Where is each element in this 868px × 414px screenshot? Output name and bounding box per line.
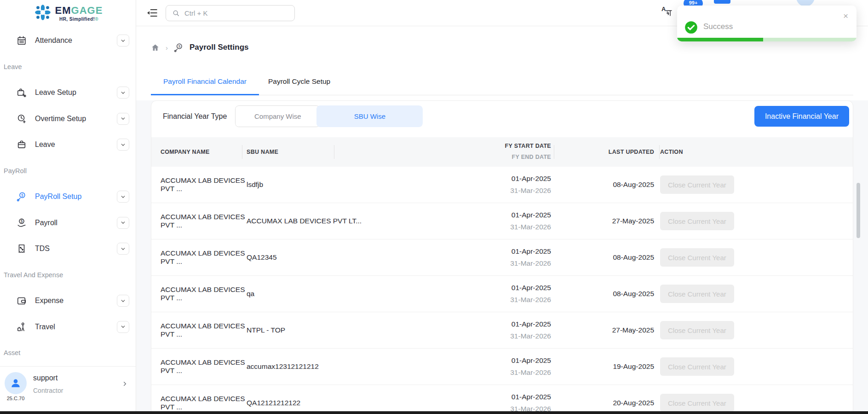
close-current-year-button[interactable]: Close Current Year — [660, 321, 734, 339]
sidebar-item-travel[interactable]: Travel — [0, 314, 136, 340]
last-updated-cell: 27-May-2025 — [551, 326, 657, 334]
sidebar-item-tds[interactable]: TDS — [0, 236, 136, 262]
sidebar-item-label: Leave Setup — [35, 88, 76, 97]
last-updated-cell: 19-Aug-2025 — [551, 362, 657, 371]
action-cell: Close Current Year — [657, 394, 853, 412]
chevron-down-icon[interactable] — [117, 35, 129, 47]
sidebar-item-payroll-setup[interactable]: $ PayRoll Setup — [0, 184, 136, 210]
last-updated-cell: 08-Aug-2025 — [551, 181, 657, 189]
table-row: ACCUMAX LAB DEVICES PVT ...qa01-Apr-2025… — [151, 276, 853, 312]
language-translate-icon[interactable]: A — [661, 6, 673, 18]
sidebar-section-travel-expense: Travel And Expense — [0, 262, 136, 288]
table-row: ACCUMAX LAB DEVICES PVT ...lsdfjb01-Apr-… — [151, 167, 853, 203]
table-row: ACCUMAX LAB DEVICES PVT ...accumax123121… — [151, 349, 853, 385]
action-cell: Close Current Year — [657, 357, 853, 376]
header-button-partial — [714, 0, 730, 4]
company-name-cell: ACCUMAX LAB DEVICES PVT ... — [161, 213, 247, 229]
app-version: 25.C.70 — [4, 396, 28, 401]
home-icon[interactable] — [151, 43, 160, 52]
sidebar-item-label: Travel — [35, 323, 55, 331]
app-window: EMGAGE HR, Simplified!® Attendance Leave — [0, 0, 868, 414]
sidebar-item-label: Leave — [35, 140, 55, 149]
column-divider — [242, 145, 242, 159]
col-header-fy-dates: FY START DATE FY END DATE — [458, 141, 551, 163]
user-name: support — [33, 374, 57, 382]
sidebar-item-label: PayRoll Setup — [35, 192, 81, 201]
chevron-down-icon[interactable] — [117, 191, 129, 203]
close-icon[interactable]: × — [843, 11, 848, 21]
user-avatar[interactable] — [5, 372, 27, 394]
page-title: Payroll Settings — [190, 43, 248, 52]
person-icon — [10, 377, 22, 389]
fy-dates-cell: 01-Apr-202531-Mar-2026 — [458, 209, 551, 233]
close-current-year-button[interactable]: Close Current Year — [660, 285, 734, 303]
inactive-financial-year-button[interactable]: Inactive Financial Year — [754, 106, 849, 127]
close-current-year-button[interactable]: Close Current Year — [660, 175, 734, 194]
company-name-cell: ACCUMAX LAB DEVICES PVT ... — [161, 249, 247, 266]
fy-end-date: 31-Mar-2026 — [458, 294, 551, 306]
svg-text:$: $ — [178, 44, 181, 48]
payroll-settings-icon: $ — [174, 43, 184, 52]
chevron-down-icon[interactable] — [117, 139, 129, 151]
sidebar-item-label: Expense — [35, 297, 63, 305]
chevron-down-icon[interactable] — [117, 321, 129, 333]
sidebar-item-payroll[interactable]: $ Payroll — [0, 210, 136, 236]
sbu-name-cell: QA12345 — [247, 253, 458, 262]
sidebar-item-label: TDS — [35, 245, 50, 253]
last-updated-cell: 27-May-2025 — [551, 217, 657, 225]
table-body: ACCUMAX LAB DEVICES PVT ...lsdfjb01-Apr-… — [151, 167, 853, 414]
sidebar-item-leave[interactable]: Leave — [0, 132, 136, 158]
payroll-setup-icon: $ — [17, 192, 27, 202]
table-header: COMPANY NAME SBU NAME FY START DATE FY E… — [151, 137, 853, 167]
breadcrumb-separator-icon: › — [166, 44, 168, 52]
toast-progress-bar — [677, 38, 763, 41]
sidebar-item-leave-setup[interactable]: Leave Setup — [0, 80, 136, 106]
fy-dates-cell: 01-Apr-202531-Mar-2026 — [458, 391, 551, 414]
breadcrumb: › $ Payroll Settings — [151, 40, 248, 55]
action-cell: Close Current Year — [657, 212, 853, 230]
bottom-edge-bar — [0, 411, 868, 414]
fy-dates-cell: 01-Apr-202531-Mar-2026 — [458, 282, 551, 305]
sidebar-item-attendance[interactable]: Attendance — [0, 28, 136, 54]
close-current-year-button[interactable]: Close Current Year — [660, 248, 734, 267]
svg-text:$: $ — [21, 219, 23, 223]
table-row: ACCUMAX LAB DEVICES PVT ...NTPL - TOP01-… — [151, 312, 853, 349]
sidebar-item-label: Payroll — [35, 219, 57, 227]
chevron-down-icon[interactable] — [117, 295, 129, 307]
sidebar-item-expense[interactable]: Expense — [0, 288, 136, 314]
tab-payroll-financial-calendar[interactable]: Payroll Financial Calendar — [151, 68, 259, 95]
sidebar-section-asset: Asset — [0, 340, 136, 366]
sidebar-user-footer[interactable]: 25.C.70 support Contractor — [0, 366, 136, 408]
wallet-icon — [17, 296, 27, 306]
last-updated-cell: 08-Aug-2025 — [551, 290, 657, 298]
chevron-down-icon[interactable] — [117, 243, 129, 255]
sidebar: EMGAGE HR, Simplified!® Attendance Leave — [0, 0, 136, 411]
toggle-sbu-wise[interactable]: SBU Wise — [316, 105, 423, 127]
emgage-logo-icon — [33, 3, 52, 22]
global-search[interactable] — [166, 5, 295, 21]
sidebar-collapse-icon[interactable] — [146, 7, 158, 19]
fy-dates-cell: 01-Apr-202531-Mar-2026 — [458, 245, 551, 269]
chevron-down-icon[interactable] — [117, 87, 129, 99]
financial-year-type-label: Financial Year Type — [163, 112, 227, 121]
chevron-down-icon[interactable] — [117, 113, 129, 125]
filter-row: Financial Year Type Company Wise SBU Wis… — [151, 101, 853, 127]
last-updated-cell: 08-Aug-2025 — [551, 253, 657, 262]
toggle-company-wise[interactable]: Company Wise — [235, 105, 320, 127]
success-toast: Success × — [677, 6, 857, 41]
sidebar-nav: Attendance Leave Leave Setup — [0, 28, 136, 366]
close-current-year-button[interactable]: Close Current Year — [660, 212, 734, 230]
calendar-icon — [17, 35, 27, 46]
sidebar-item-overtime-setup[interactable]: Overtime Setup — [0, 106, 136, 132]
close-current-year-button[interactable]: Close Current Year — [660, 394, 734, 412]
chevron-right-icon[interactable] — [121, 380, 128, 387]
chevron-down-icon[interactable] — [117, 217, 129, 229]
tab-payroll-cycle-setup[interactable]: Payroll Cycle Setup — [259, 68, 339, 95]
fy-end-date: 31-Mar-2026 — [458, 221, 551, 233]
fy-start-date: 01-Apr-2025 — [458, 355, 551, 367]
search-input[interactable] — [184, 9, 276, 17]
vertical-scrollbar[interactable] — [857, 183, 860, 238]
close-current-year-button[interactable]: Close Current Year — [660, 357, 734, 376]
fy-start-date: 01-Apr-2025 — [458, 282, 551, 294]
fy-start-date: 01-Apr-2025 — [458, 318, 551, 330]
